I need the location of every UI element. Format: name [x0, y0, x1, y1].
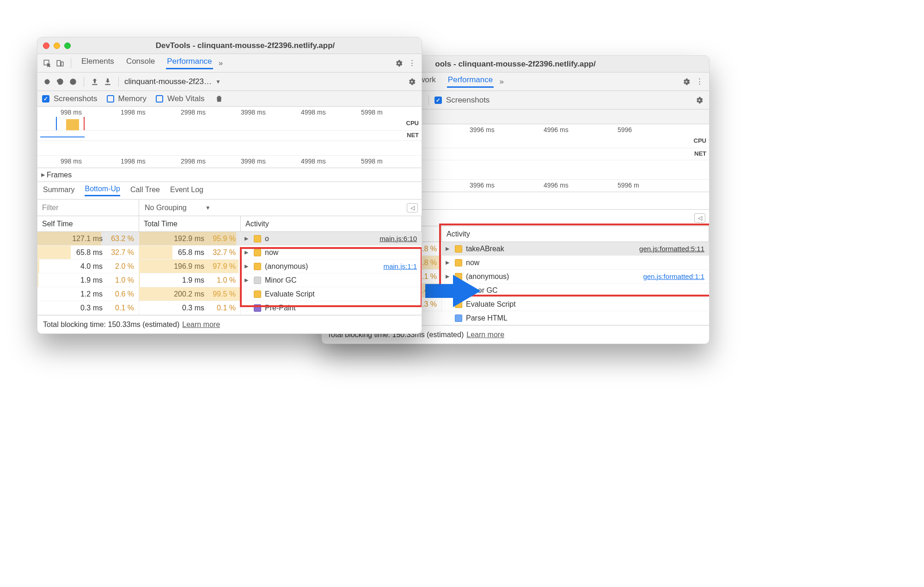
subtab-event-log[interactable]: Event Log: [170, 186, 203, 196]
expand-icon[interactable]: ▶: [245, 236, 248, 242]
time-tick: 998 ms: [61, 109, 82, 116]
activity-cell[interactable]: ▶ now: [241, 246, 422, 259]
time-cell: 1.9 ms1.0 %: [139, 273, 241, 287]
source-link[interactable]: gen.js:formatted:1:1: [643, 272, 709, 280]
screenshots-checkbox[interactable]: Screenshots: [42, 94, 98, 103]
minimize-window-icon[interactable]: [54, 42, 60, 49]
kebab-icon[interactable]: ⋮: [407, 58, 417, 68]
activity-cell[interactable]: ▶ Minor GC: [241, 273, 422, 287]
time-cell: 0.3 ms0.1 %: [139, 301, 241, 315]
close-window-icon[interactable]: [43, 42, 49, 49]
activity-row[interactable]: Parse HTML: [442, 311, 709, 325]
col-activity[interactable]: Activity: [442, 226, 709, 242]
expand-icon[interactable]: ▶: [446, 246, 449, 252]
source-link[interactable]: gen.js:formatted:5:11: [639, 245, 709, 253]
col-self-time[interactable]: Self Time: [37, 216, 139, 231]
timeline-overview[interactable]: 998 ms 1998 ms 2998 ms 3998 ms 4998 ms 5…: [37, 107, 422, 168]
activity-cell[interactable]: Evaluate Script: [241, 287, 422, 301]
frames-row[interactable]: ▶Frames: [37, 168, 422, 182]
device-toggle-icon[interactable]: [55, 58, 65, 68]
tab-performance[interactable]: Performance: [166, 57, 213, 69]
time-tick: 3996 ms: [470, 126, 495, 133]
activity-cell[interactable]: Evaluate Script: [442, 297, 709, 311]
download-icon[interactable]: [103, 77, 113, 87]
memory-checkbox[interactable]: Memory: [107, 94, 147, 103]
time-cell: 65.8 ms32.7 %: [37, 246, 139, 259]
settings-icon[interactable]: [681, 77, 691, 87]
expand-icon[interactable]: ▶: [245, 263, 248, 269]
activity-cell[interactable]: ▶ takeABreakgen.js:formatted:5:11: [442, 242, 709, 255]
source-link[interactable]: main.js:1:1: [383, 262, 422, 270]
col-total-time[interactable]: Total Time: [139, 216, 241, 231]
expand-icon[interactable]: ▶: [245, 277, 248, 283]
time-cell: 65.8 ms32.7 %: [139, 246, 241, 259]
time-cell: 4.0 ms2.0 %: [37, 260, 139, 273]
target-select[interactable]: clinquant-mousse-2f23…▼: [124, 77, 221, 86]
activity-cell[interactable]: ▶ (anonymous)gen.js:formatted:1:1: [442, 270, 709, 283]
activity-row[interactable]: 1.2 ms0.6 % 200.2 ms99.5 % Evaluate Scri…: [37, 287, 422, 301]
activity-color-icon: [455, 245, 462, 253]
learn-more-link[interactable]: Learn more: [182, 321, 220, 329]
expand-icon[interactable]: ▶: [245, 249, 248, 255]
upload-icon[interactable]: [90, 77, 100, 87]
subtab-summary[interactable]: Summary: [43, 186, 74, 196]
col-activity[interactable]: Activity: [241, 216, 422, 231]
activity-cell[interactable]: Pre-Paint: [241, 301, 422, 315]
activity-row[interactable]: ▶ Minor GC: [442, 284, 709, 297]
time-tick: 2998 ms: [181, 109, 206, 116]
activity-cell[interactable]: ▶ now: [442, 256, 709, 269]
activity-row[interactable]: 127.1 ms63.2 % 192.9 ms95.9 % ▶ omain.js…: [37, 232, 422, 246]
record-icon[interactable]: [42, 77, 52, 87]
activity-row[interactable]: 1.9 ms1.0 % 1.9 ms1.0 % ▶ Minor GC: [37, 273, 422, 287]
svg-rect-1: [57, 61, 61, 66]
frames-label: Frames: [47, 171, 72, 179]
tab-elements[interactable]: Elements: [80, 57, 115, 69]
activity-cell[interactable]: ▶ (anonymous)main.js:1:1: [241, 260, 422, 273]
activity-row[interactable]: 4.0 ms2.0 % 196.9 ms97.9 % ▶ (anonymous)…: [37, 260, 422, 273]
perf-toolbar: clinquant-mousse-2f23…▼: [37, 73, 422, 91]
settings-icon[interactable]: [394, 58, 404, 68]
subtab-bottom-up[interactable]: Bottom-Up: [85, 185, 120, 196]
trash-icon[interactable]: [214, 94, 224, 104]
activity-row[interactable]: ▶ now: [442, 256, 709, 270]
expand-icon[interactable]: ▶: [446, 260, 449, 266]
learn-more-link[interactable]: Learn more: [466, 331, 504, 339]
settings-icon[interactable]: [407, 77, 417, 87]
grouping-select[interactable]: No Grouping: [145, 204, 187, 212]
activity-row[interactable]: Evaluate Script: [442, 297, 709, 311]
activity-row[interactable]: ▶ (anonymous)gen.js:formatted:1:1: [442, 270, 709, 284]
screenshots-checkbox[interactable]: Screenshots: [434, 96, 490, 105]
titlebar[interactable]: DevTools - clinquant-mousse-2f2396.netli…: [37, 37, 422, 54]
tab-console[interactable]: Console: [125, 57, 156, 69]
tab-performance[interactable]: Performance: [447, 75, 494, 88]
activity-row[interactable]: ▶ takeABreakgen.js:formatted:5:11: [442, 242, 709, 256]
activity-cell[interactable]: Parse HTML: [442, 311, 709, 325]
activity-cell[interactable]: ▶ Minor GC: [442, 284, 709, 297]
filter-row: Filter No Grouping▼ ◁: [37, 200, 422, 216]
subtab-call-tree[interactable]: Call Tree: [130, 186, 160, 196]
activity-row[interactable]: 0.3 ms0.1 % 0.3 ms0.1 % Pre-Paint: [37, 301, 422, 315]
cpu-label: CPU: [406, 120, 419, 127]
web-vitals-checkbox[interactable]: Web Vitals: [156, 94, 205, 103]
activity-row[interactable]: 65.8 ms32.7 % 65.8 ms32.7 % ▶ now: [37, 246, 422, 260]
kebab-icon[interactable]: ⋮: [694, 77, 704, 87]
collapse-icon[interactable]: ◁: [407, 203, 418, 212]
settings-icon[interactable]: [694, 95, 704, 105]
filter-input[interactable]: Filter: [37, 200, 139, 216]
arrow-icon: [425, 272, 481, 309]
net-label: NET: [694, 150, 706, 157]
more-tabs-icon[interactable]: »: [496, 77, 507, 87]
time-tick: 4996 ms: [544, 126, 569, 133]
collapse-icon[interactable]: ◁: [694, 213, 705, 223]
time-tick: 2998 ms: [181, 157, 206, 165]
more-tabs-icon[interactable]: »: [216, 58, 226, 68]
inspect-icon[interactable]: [42, 58, 52, 68]
time-cell: 127.1 ms63.2 %: [37, 232, 139, 245]
activity-cell[interactable]: ▶ omain.js:6:10: [241, 232, 422, 245]
time-tick: 3998 ms: [241, 109, 266, 116]
clear-icon[interactable]: [68, 77, 78, 87]
time-cell: 196.9 ms97.9 %: [139, 260, 241, 273]
source-link[interactable]: main.js:6:10: [379, 235, 422, 242]
maximize-window-icon[interactable]: [64, 42, 71, 49]
reload-icon[interactable]: [55, 77, 65, 87]
